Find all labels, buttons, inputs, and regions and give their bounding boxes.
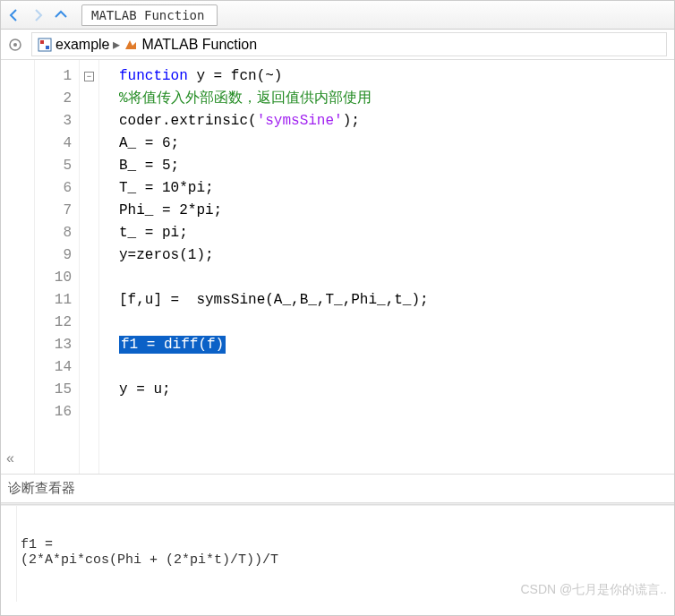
code-text: ); [343, 113, 360, 129]
matlab-icon [124, 38, 138, 52]
output-line: f1 = [21, 537, 53, 552]
line-number: 5 [35, 155, 72, 177]
code-selection: f1 = diff(f) [119, 336, 226, 354]
fold-gutter: − [80, 60, 99, 474]
tab-active[interactable]: MATLAB Function [81, 4, 218, 26]
code-text: coder.extrinsic( [119, 113, 257, 129]
line-number: 2 [35, 88, 72, 110]
diagnostics-gutter [1, 506, 17, 602]
line-number: 10 [35, 267, 72, 289]
code-text: A_ = 6; [119, 135, 179, 151]
diagnostics-output[interactable]: f1 = (2*A*pi*cos(Phi + (2*pi*t)/T))/T CS… [17, 506, 674, 602]
editor-area: 1 2 3 4 5 6 7 8 9 10 11 12 13 14 15 16 −… [1, 60, 674, 474]
left-gutter [1, 60, 35, 474]
code-keyword: function [119, 68, 188, 84]
code-string: 'symsSine' [257, 113, 343, 129]
line-number: 4 [35, 133, 72, 155]
fold-collapse-icon[interactable]: − [84, 72, 94, 81]
simulink-icon [38, 38, 52, 52]
line-number: 3 [35, 110, 72, 133]
line-number: 6 [35, 177, 72, 200]
line-numbers: 1 2 3 4 5 6 7 8 9 10 11 12 13 14 15 16 [35, 60, 80, 474]
code-text: y = fcn(~) [188, 68, 283, 84]
line-number: 1 [35, 65, 72, 88]
line-number: 11 [35, 289, 72, 312]
line-number: 9 [35, 244, 72, 267]
line-number: 12 [35, 312, 72, 334]
watermark: CSDN @七月是你的谎言.. [520, 582, 667, 598]
breadcrumb-item-1[interactable]: example [56, 37, 109, 53]
target-icon[interactable] [8, 38, 22, 52]
tab-bar: MATLAB Function [81, 4, 218, 25]
code-text: Phi_ = 2*pi; [119, 202, 222, 218]
output-line: (2*A*pi*cos(Phi + (2*pi*t)/T))/T [21, 552, 278, 568]
nav-icons [6, 7, 76, 23]
code-text: [f,u] = symsSine(A_,B_,T_,Phi_,t_); [119, 292, 429, 308]
breadcrumb-item-2[interactable]: MATLAB Function [141, 37, 257, 53]
line-number: 7 [35, 200, 72, 222]
code-text: B_ = 5; [119, 158, 179, 174]
line-number: 15 [35, 379, 72, 401]
back-icon[interactable] [6, 7, 22, 23]
svg-rect-4 [46, 46, 49, 49]
collapse-panel-icon[interactable]: « [6, 450, 14, 466]
up-icon[interactable] [53, 7, 69, 23]
toolbar: MATLAB Function [1, 1, 674, 30]
line-number: 8 [35, 222, 72, 244]
breadcrumb-row: example ▸ MATLAB Function [1, 30, 674, 60]
diagnostics-header: 诊断查看器 [1, 474, 674, 502]
svg-rect-3 [40, 40, 44, 44]
diagnostics-panel: f1 = (2*A*pi*cos(Phi + (2*pi*t)/T))/T CS… [1, 505, 674, 602]
code-editor[interactable]: function y = fcn(~) %将值传入外部函数，返回值供内部使用 c… [99, 60, 674, 474]
code-text: y=zeros(1); [119, 247, 214, 263]
line-number: 14 [35, 356, 72, 379]
code-comment: %将值传入外部函数，返回值供内部使用 [119, 90, 372, 107]
code-text: T_ = 10*pi; [119, 180, 214, 196]
code-text: t_ = pi; [119, 225, 188, 241]
breadcrumb[interactable]: example ▸ MATLAB Function [31, 32, 667, 56]
forward-icon[interactable] [30, 7, 46, 23]
line-number: 13 [35, 334, 72, 356]
chevron-right-icon: ▸ [113, 36, 120, 53]
svg-point-1 [13, 43, 17, 47]
code-text: y = u; [119, 381, 171, 398]
line-number: 16 [35, 401, 72, 424]
